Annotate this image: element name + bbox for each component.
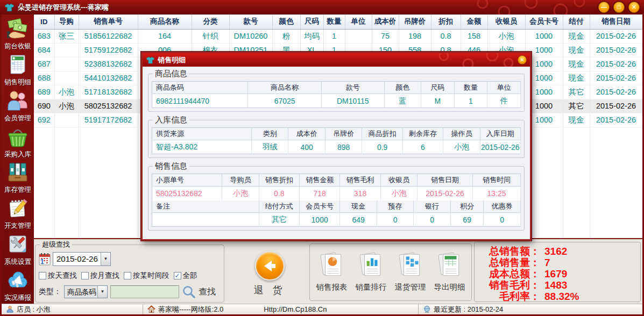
checkbox-3[interactable]: 按某时间段 — [124, 271, 169, 281]
column-header[interactable]: ID — [34, 15, 54, 29]
sidebar-item-5[interactable]: 库存管理 — [2, 160, 34, 196]
checkbox-box-icon[interactable] — [124, 272, 131, 279]
sidebar-item-7[interactable]: 系统设置 — [2, 232, 34, 268]
table-cell: 687 — [34, 57, 54, 71]
table-cell: 均码 — [300, 29, 323, 43]
sales-info-table-top: 小票单号导购员销售折扣销售金额销售毛利收银员销售日期销售时间5802513268… — [152, 174, 521, 200]
stat-line: 总销售额：3162 — [477, 246, 638, 257]
detail-value: 1 — [454, 94, 487, 108]
sidebar-item-label: 库存管理 — [4, 185, 31, 195]
column-header[interactable]: 折扣 — [431, 15, 461, 29]
detail-header-row: 供货来源类别成本价吊牌价商品折扣剩余库存操作员入库日期 — [152, 128, 521, 140]
column-header[interactable]: 销售单号 — [79, 15, 138, 29]
column-header[interactable]: 分类 — [192, 15, 229, 29]
report-button-1[interactable]: 销售报表 — [316, 252, 348, 292]
column-header[interactable]: 导购 — [54, 15, 79, 29]
detail-value-row: 智超-A3.802羽绒4008980.96小泡2015-02-26 — [152, 140, 521, 154]
type-dropdown-arrow-icon[interactable]: ▼ — [97, 286, 107, 298]
checkbox-box-icon[interactable]: ✓ — [174, 272, 181, 279]
report-button-3[interactable]: 退货管理 — [395, 252, 426, 292]
dialog-title: 销售明细 — [158, 55, 186, 65]
search-magnifier-icon[interactable] — [182, 285, 196, 299]
detail-header: 数量 — [454, 82, 487, 94]
checkbox-box-icon[interactable] — [39, 272, 46, 279]
stock-info-legend: 入库信息 — [153, 115, 189, 125]
checkbox-2[interactable]: 按月查找 — [81, 271, 119, 281]
checkbox-label: 全部 — [183, 271, 197, 281]
column-header[interactable]: 成本价 — [372, 15, 399, 29]
detail-header: 颜色 — [384, 82, 421, 94]
stat-line: 总销售量：7 — [477, 257, 638, 268]
search-input[interactable] — [110, 285, 179, 298]
dialog-close-icon[interactable]: ✕ — [518, 55, 527, 64]
detail-value-row: 58025132682小泡0.8718318小泡2015-02-2613:25 — [152, 186, 521, 200]
date-picker[interactable]: 2015-02-26 ▼ — [53, 252, 111, 266]
checkbox-label: 按天查找 — [48, 271, 77, 281]
maximize-button[interactable]: □ — [613, 2, 625, 13]
column-header[interactable]: 金额 — [461, 15, 487, 29]
return-goods-button[interactable] — [255, 251, 285, 281]
stat-value: 1679 — [544, 268, 567, 279]
table-cell: 粉 — [272, 29, 300, 43]
close-button[interactable]: ✕ — [628, 2, 640, 13]
statusbar: 店员 : 小泡 蒋家嘴-----网络版:2.0 Http://Dm.Cp188.… — [2, 304, 642, 314]
table-cell: 158 — [461, 29, 487, 43]
column-header[interactable]: 数量 — [323, 15, 345, 29]
table-cell: 2015-02-26 — [590, 43, 642, 57]
type-select[interactable]: 商品条码 ▼ — [64, 285, 108, 298]
expense-icon — [7, 197, 29, 221]
column-header[interactable]: 会员卡号 — [525, 15, 563, 29]
sidebar-item-8[interactable]: 实况播报 — [2, 268, 34, 304]
detail-header: 款号 — [322, 82, 384, 94]
dialog-tshirt-icon — [146, 56, 155, 64]
date-picker-value: 2015-02-26 — [53, 253, 101, 265]
checkbox-1[interactable]: 按天查找 — [39, 271, 77, 281]
dialog-titlebar: 销售明细 ✕ — [143, 53, 530, 67]
detail-value: 69 — [450, 213, 484, 227]
table-cell: 54410132682 — [79, 71, 138, 85]
detail-header: 销售金额 — [299, 174, 339, 186]
checkbox-4[interactable]: ✓全部 — [174, 271, 197, 281]
column-header[interactable]: 款号 — [229, 15, 272, 29]
find-label[interactable]: 查找 — [199, 286, 216, 298]
detail-value: 小泡 — [443, 140, 480, 154]
detail-header: 小票单号 — [152, 174, 222, 186]
home-icon — [147, 305, 155, 313]
minimize-button[interactable]: — — [598, 2, 610, 13]
version-text: 蒋家嘴-----网络版:2.0 — [158, 305, 223, 314]
product-info-table: 商品条码商品名称款号颜色尺码数量单位698211194447067025DM10… — [152, 81, 521, 108]
sidebar-item-2[interactable]: 销售明细 — [2, 53, 34, 89]
detail-value: 0.8 — [259, 186, 299, 200]
column-header[interactable]: 商品名称 — [138, 15, 192, 29]
table-cell: DM10260 — [229, 29, 272, 43]
column-header[interactable]: 颜色 — [272, 15, 300, 29]
column-header[interactable]: 单位 — [345, 15, 372, 29]
detail-value: 件 — [487, 94, 521, 108]
stat-value: 7 — [544, 257, 550, 268]
sidebar-item-1[interactable]: 前台收银 — [2, 17, 34, 53]
table-row[interactable]: 683张三51856122682164针织DM10260粉均码1751980.8… — [34, 29, 642, 43]
detail-value: 0 — [484, 213, 521, 227]
column-header[interactable]: 结付 — [563, 15, 590, 29]
column-header[interactable]: 收银员 — [487, 15, 525, 29]
table-cell: 51917172682 — [79, 113, 138, 127]
column-header[interactable]: 销售日期 — [590, 15, 642, 29]
dialog-titlebar-ornament — [428, 53, 514, 67]
report-label: 导出明细 — [434, 282, 465, 292]
url-text: Http://Dm.Cp188.Cn — [264, 305, 327, 313]
empty-cell — [54, 127, 79, 238]
column-header[interactable]: 吊牌价 — [399, 15, 431, 29]
date-dropdown-arrow-icon[interactable]: ▼ — [101, 253, 110, 265]
report-button-2[interactable]: 销量排行 — [356, 252, 387, 292]
detail-header: 优惠券 — [484, 200, 521, 213]
return-goods-label[interactable]: 退 货 — [243, 284, 296, 297]
report-button-4[interactable]: 导出明细 — [434, 252, 465, 292]
sidebar-item-3[interactable]: 会员管理 — [2, 89, 34, 125]
column-header[interactable]: 尺码 — [300, 15, 323, 29]
detail-value: 67025 — [248, 94, 322, 108]
detail-value: 318 — [340, 186, 380, 200]
table-cell: 684 — [34, 43, 54, 57]
checkbox-box-icon[interactable] — [81, 272, 89, 279]
sidebar-item-4[interactable]: 采购入库 — [2, 124, 34, 160]
sidebar-item-6[interactable]: 开支管理 — [2, 196, 34, 232]
